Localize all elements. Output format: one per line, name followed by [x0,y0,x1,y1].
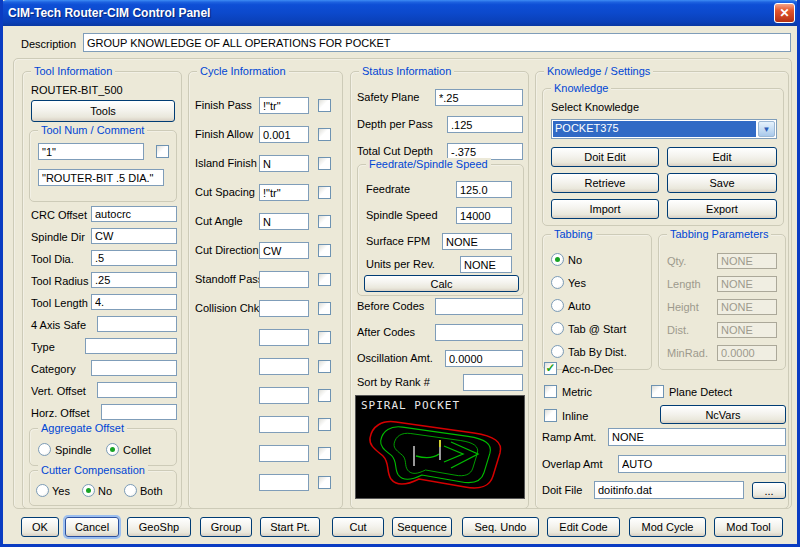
tools-button[interactable]: Tools [31,100,175,122]
tabbing-auto-radio[interactable] [551,299,564,312]
metric-checkbox[interactable] [544,385,557,398]
cycle-extra-input-2[interactable] [259,358,309,375]
content-panel: Tool Information ROUTER-BIT_500 Tools To… [13,58,792,509]
save-button[interactable]: Save [667,173,777,193]
tabbing-tab-by-dist-radio[interactable] [551,345,564,358]
edit-code-button[interactable]: Edit Code [547,517,620,537]
spindle-radio-label: Spindle [55,444,92,456]
acc-n-dec-checkbox[interactable]: ✓ [544,362,557,375]
doit-file-input[interactable] [594,481,744,499]
cycle-extra-checkbox-4[interactable] [318,418,331,431]
cycle-extra-input-1[interactable] [259,329,309,346]
horz-offset-input[interactable] [101,404,177,420]
standoff-pass-input[interactable] [259,271,309,288]
comp-yes-radio[interactable] [36,484,49,497]
mod-cycle-button[interactable]: Mod Cycle [629,517,706,537]
tool-num-checkbox[interactable] [156,145,169,158]
cycle-extra-checkbox-1[interactable] [318,331,331,344]
tabbing-yes-radio[interactable] [551,276,564,289]
axis-safe-input[interactable] [97,316,177,332]
ok-button[interactable]: OK [21,517,59,537]
cut-angle-input[interactable] [259,213,309,230]
doit-edit-button[interactable]: Doit Edit [551,147,659,167]
island-finish-input[interactable] [259,155,309,172]
select-knowledge-dropdown[interactable]: POCKET375 ▼ [551,119,777,139]
oscillation-amt-input[interactable] [445,350,523,367]
cycle-extra-input-4[interactable] [259,416,309,433]
before-codes-input[interactable] [435,298,523,315]
finish-allow-input[interactable] [259,126,309,143]
after-codes-input[interactable] [435,324,523,341]
seq-undo-button[interactable]: Seq. Undo [462,517,539,537]
cut-angle-checkbox[interactable] [318,215,331,228]
control-panel-window: CIM-Tech Router-CIM Control Panel ✕ Desc… [0,0,800,547]
tool-dia-input[interactable] [91,250,177,266]
calc-button[interactable]: Calc [364,275,519,292]
safety-plane-input[interactable] [435,89,523,106]
tabbing-tab-at-start-radio[interactable] [551,322,564,335]
cut-spacing-input[interactable] [259,184,309,201]
cut-button[interactable]: Cut [332,517,384,537]
comp-both-radio[interactable] [124,484,137,497]
cycle-extra-checkbox-6[interactable] [318,476,331,489]
cycle-extra-input-5[interactable] [259,445,309,462]
tool-num-comment-group: Tool Num / Comment [29,130,177,202]
category-input[interactable] [91,360,177,376]
cycle-extra-input-6[interactable] [259,474,309,491]
finish-allow-checkbox[interactable] [318,128,331,141]
cycle-extra-checkbox-5[interactable] [318,447,331,460]
crc-offset-input[interactable] [91,206,177,222]
plane-detect-checkbox[interactable] [651,385,664,398]
tool-radius-input[interactable] [91,272,177,288]
standoff-pass-checkbox[interactable] [318,273,331,286]
depth-per-pass-input[interactable] [447,116,523,133]
collision-chk-checkbox[interactable] [318,302,331,315]
type-input[interactable] [85,338,177,354]
preview-caption: SPIRAL POCKET [361,399,460,412]
cycle-extra-input-3[interactable] [259,387,309,404]
tool-comment-input[interactable] [38,169,164,186]
geoshp-button[interactable]: GeoShp [127,517,191,537]
browse-doit-file-button[interactable]: ... [752,482,786,499]
spindle-radio[interactable] [38,443,51,456]
island-finish-checkbox[interactable] [318,157,331,170]
finish-pass-input[interactable] [259,97,309,114]
mod-tool-button[interactable]: Mod Tool [714,517,783,537]
knowledge-settings-title: Knowledge / Settings [544,65,653,77]
vert-offset-input[interactable] [97,382,177,398]
edit-button[interactable]: Edit [667,147,777,167]
sequence-button[interactable]: Sequence [392,517,452,537]
description-input[interactable] [83,33,791,52]
cut-direction-input[interactable] [259,242,309,259]
feedrate-input[interactable] [456,181,512,198]
export-button[interactable]: Export [667,199,777,219]
start-pt-button[interactable]: Start Pt. [260,517,320,537]
surface-fpm-input[interactable] [442,233,512,250]
collet-radio[interactable] [106,443,119,456]
cancel-button[interactable]: Cancel [65,517,119,537]
spindle-speed-input[interactable] [456,207,512,224]
overlap-amt-input[interactable] [618,455,786,473]
tool-num-input[interactable] [38,143,144,160]
cut-direction-checkbox[interactable] [318,244,331,257]
cycle-extra-checkbox-2[interactable] [318,360,331,373]
cut-spacing-checkbox[interactable] [318,186,331,199]
tabbing-no-radio[interactable] [551,253,564,266]
collision-chk-input[interactable] [259,300,309,317]
close-button[interactable]: ✕ [774,3,795,23]
spindle-dir-input[interactable] [91,228,177,244]
units-per-rev-input[interactable] [460,256,512,273]
dropdown-arrow-button[interactable]: ▼ [758,121,775,137]
import-button[interactable]: Import [551,199,659,219]
finish-pass-checkbox[interactable] [318,99,331,112]
retrieve-button[interactable]: Retrieve [551,173,659,193]
comp-no-radio[interactable] [82,484,95,497]
ramp-amt-input[interactable] [608,428,786,446]
tool-length-input[interactable] [91,294,177,310]
sort-by-rank-input[interactable] [463,374,523,391]
group-button[interactable]: Group [200,517,252,537]
ncvars-button[interactable]: NcVars [660,405,786,424]
cycle-extra-checkbox-3[interactable] [318,389,331,402]
inline-checkbox[interactable] [544,409,557,422]
ramp-amt-label: Ramp Amt. [542,431,596,443]
